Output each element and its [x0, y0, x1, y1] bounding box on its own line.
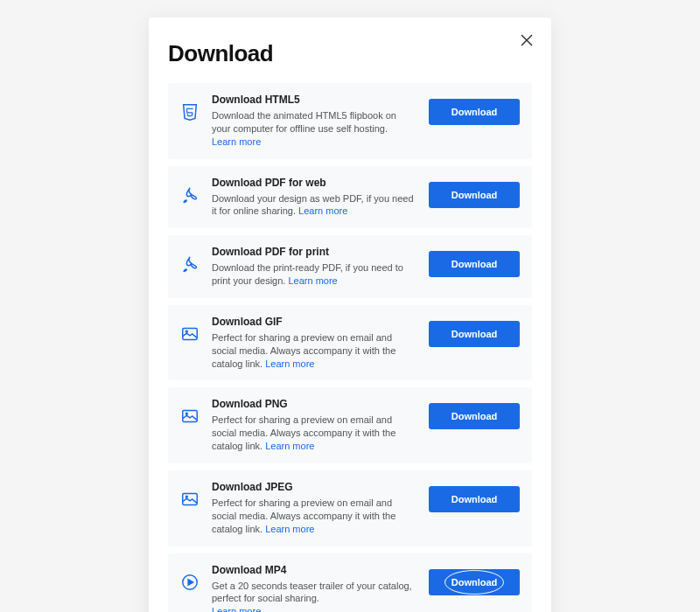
option-description-text: Download the animated HTML5 flipbook on …: [212, 110, 396, 134]
modal-title: Download: [168, 40, 273, 67]
download-button[interactable]: Download: [429, 403, 520, 429]
option-description: Perfect for sharing a preview on email a…: [212, 414, 416, 453]
image-icon: [180, 407, 200, 426]
row-content: Download PDF for printDownload the print…: [212, 246, 416, 288]
download-option-row: Download PDF for webDownload your design…: [168, 166, 532, 229]
option-title: Download MP4: [212, 564, 416, 576]
option-title: Download HTML5: [212, 94, 416, 106]
learn-more-link[interactable]: Learn more: [265, 358, 314, 369]
learn-more-link[interactable]: Learn more: [298, 205, 347, 216]
learn-more-link[interactable]: Learn more: [265, 441, 314, 451]
row-action: Download: [429, 182, 520, 208]
download-option-row: Download JPEGPerfect for sharing a previ…: [168, 470, 532, 546]
row-content: Download PDF for webDownload your design…: [212, 177, 416, 219]
row-content: Download JPEGPerfect for sharing a previ…: [212, 481, 416, 536]
html5-icon: [180, 102, 200, 122]
row-content: Download PNGPerfect for sharing a previe…: [212, 398, 416, 453]
download-button[interactable]: Download: [429, 486, 520, 512]
row-action: Download: [429, 569, 520, 595]
svg-point-3: [186, 330, 187, 332]
download-button[interactable]: Download: [429, 99, 520, 125]
download-button[interactable]: Download: [429, 251, 520, 277]
option-description: Perfect for sharing a preview on email a…: [212, 331, 416, 371]
learn-more-link[interactable]: Learn more: [212, 136, 261, 147]
close-icon: [521, 34, 533, 46]
option-title: Download GIF: [212, 316, 416, 328]
row-content: Download HTML5Download the animated HTML…: [212, 94, 416, 149]
play-icon: [180, 573, 200, 592]
download-option-row: Download HTML5Download the animated HTML…: [168, 83, 532, 159]
image-icon: [180, 324, 200, 344]
option-description: Perfect for sharing a preview on email a…: [212, 497, 416, 536]
row-action: Download: [429, 321, 520, 347]
option-description-text: Get a 20 seconds teaser trailer of your …: [212, 581, 412, 604]
download-button[interactable]: Download: [429, 321, 520, 347]
option-description: Download the animated HTML5 flipbook on …: [212, 109, 416, 149]
download-button[interactable]: Download: [429, 182, 520, 208]
svg-point-7: [186, 496, 187, 497]
row-content: Download GIFPerfect for sharing a previe…: [212, 316, 416, 371]
close-button[interactable]: [520, 33, 534, 47]
download-button[interactable]: Download: [429, 569, 520, 595]
modal-header: Download: [168, 40, 532, 67]
download-options-list: Download HTML5Download the animated HTML…: [168, 83, 532, 612]
option-title: Download PDF for print: [212, 246, 416, 258]
download-modal: Download Download HTML5Download the anim…: [149, 17, 551, 612]
row-action: Download: [429, 403, 520, 429]
download-option-row: Download PDF for printDownload the print…: [168, 235, 532, 298]
option-title: Download PDF for web: [212, 177, 416, 189]
row-action: Download: [429, 251, 520, 277]
download-option-row: Download MP4Get a 20 seconds teaser trai…: [168, 553, 532, 613]
option-title: Download JPEG: [212, 481, 416, 493]
pdf-icon: [180, 254, 200, 274]
row-action: Download: [429, 99, 520, 125]
download-option-row: Download GIFPerfect for sharing a previe…: [168, 305, 532, 381]
option-description: Download your design as web PDF, if you …: [212, 192, 416, 219]
image-icon: [180, 490, 200, 509]
learn-more-link[interactable]: Learn more: [212, 606, 261, 612]
learn-more-link[interactable]: Learn more: [265, 524, 314, 534]
download-option-row: Download PNGPerfect for sharing a previe…: [168, 387, 532, 463]
option-title: Download PNG: [212, 398, 416, 410]
row-content: Download MP4Get a 20 seconds teaser trai…: [212, 564, 416, 613]
svg-point-5: [186, 414, 187, 415]
row-action: Download: [429, 486, 520, 512]
option-description: Get a 20 seconds teaser trailer of your …: [212, 580, 416, 613]
pdf-icon: [180, 185, 200, 205]
learn-more-link[interactable]: Learn more: [288, 275, 337, 286]
option-description: Download the print-ready PDF, if you nee…: [212, 261, 416, 288]
